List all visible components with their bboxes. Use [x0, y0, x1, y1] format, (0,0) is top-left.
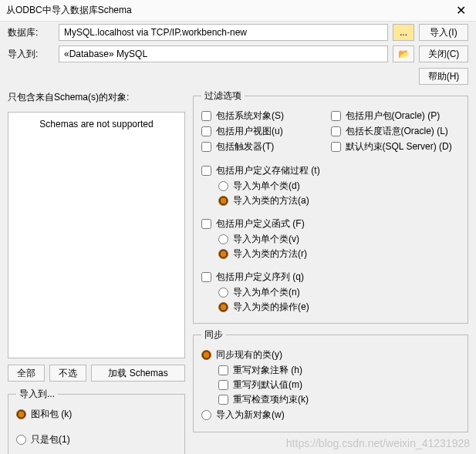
filter-legend: 过滤选项	[201, 89, 245, 103]
radio-package-only-label: 只是包(1)	[31, 433, 70, 446]
chk-triggers[interactable]	[201, 142, 211, 152]
sync-legend: 同步	[201, 328, 226, 341]
chk-user-packages[interactable]	[331, 111, 341, 121]
radio-sp-class-method[interactable]	[218, 196, 228, 206]
import-to-legend: 导入到...	[16, 388, 58, 401]
radio-diagram-package[interactable]	[16, 409, 26, 419]
help-button[interactable]: 帮助(H)	[419, 68, 468, 85]
import-to-label: 导入到:	[8, 48, 54, 61]
radio-import-new[interactable]	[201, 410, 211, 420]
load-schemas-button[interactable]: 加载 Schemas	[91, 365, 185, 382]
radio-sp-single-class[interactable]	[218, 181, 228, 191]
chk-stored-procedures[interactable]	[201, 166, 211, 176]
chk-default-constraints[interactable]	[331, 142, 341, 152]
filter-fieldset: 过滤选项 包括系统对象(S) 包括用户视图(u) 包括触发器(T) 包括用户包(…	[193, 89, 468, 324]
close-icon[interactable]: ✕	[451, 3, 470, 18]
browse-to-button[interactable]: 📂	[393, 45, 414, 62]
close-button[interactable]: 关闭(C)	[419, 45, 468, 62]
radio-package-only[interactable]	[16, 435, 26, 445]
database-input[interactable]	[59, 24, 388, 41]
chk-overwrite-check-constraints[interactable]	[218, 395, 228, 405]
chk-overwrite-defaults[interactable]	[218, 380, 228, 390]
schema-list-text: Schemas are not supported	[39, 119, 153, 129]
radio-seq-class-operation[interactable]	[218, 302, 228, 312]
import-to-input[interactable]	[59, 45, 388, 62]
select-none-button[interactable]: 不选	[49, 365, 86, 382]
radio-seq-single-class[interactable]	[218, 288, 228, 298]
sync-fieldset: 同步 同步现有的类(y) 重写对象注释 (h) 重写列默认值(m) 重写检查项约…	[193, 328, 468, 432]
chk-length-semantics[interactable]	[331, 126, 341, 136]
radio-fn-class-method[interactable]	[218, 249, 228, 259]
radio-fn-single-class[interactable]	[218, 234, 228, 244]
chk-overwrite-comments[interactable]	[218, 365, 228, 375]
radio-sync-existing[interactable]	[201, 350, 211, 360]
browse-db-button[interactable]: ...	[393, 24, 414, 41]
database-label: 数据库:	[8, 26, 54, 39]
import-button[interactable]: 导入(I)	[419, 24, 468, 41]
chk-system-objects[interactable]	[201, 111, 211, 121]
chk-functions[interactable]	[201, 219, 211, 229]
chk-user-views[interactable]	[201, 126, 211, 136]
chk-sequences[interactable]	[201, 272, 211, 282]
radio-diagram-package-label: 图和包 (k)	[31, 408, 72, 421]
window-title: 从ODBC中导入数据库Schema	[6, 4, 132, 17]
import-to-fieldset: 导入到... 图和包 (k) 只是包(1)	[8, 388, 185, 454]
select-all-button[interactable]: 全部	[8, 365, 45, 382]
schema-objects-label: 只包含来自Schema(s)的对象:	[8, 89, 185, 106]
folder-icon: 📂	[398, 49, 410, 59]
schema-listbox[interactable]: Schemas are not supported	[8, 112, 185, 358]
